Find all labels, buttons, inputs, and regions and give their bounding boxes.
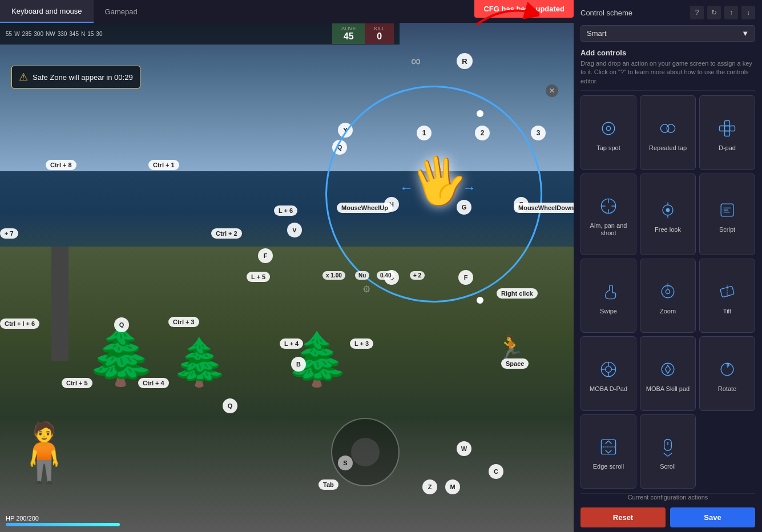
control-rotate[interactable]: Rotate: [699, 336, 755, 410]
svg-rect-8: [725, 126, 730, 131]
svg-rect-4: [725, 120, 730, 126]
panel-header: Control scheme ? ↻ ↑ ↓: [574, 0, 762, 23]
svg-point-3: [667, 124, 675, 132]
save-button[interactable]: Save: [670, 507, 755, 527]
key-ctrl1[interactable]: Ctrl + 1: [148, 160, 179, 170]
arrow-left: ←: [400, 180, 413, 196]
key-tab[interactable]: Tab: [318, 479, 338, 490]
script-label: Script: [719, 226, 735, 233]
key-c[interactable]: C: [489, 464, 503, 479]
bottom-buttons: Reset Save: [574, 503, 762, 532]
key-v[interactable]: V: [287, 223, 302, 237]
mult-x100: x 1.00: [322, 271, 345, 280]
key-l5[interactable]: L + 5: [247, 272, 270, 282]
key-l6[interactable]: L + 6: [274, 205, 297, 216]
control-aim-pan-shoot[interactable]: Aim, pan and shoot: [580, 174, 636, 256]
tower: [51, 247, 68, 361]
right-panel: Control scheme ? ↻ ↑ ↓ Smart ▼ Add contr…: [574, 0, 762, 532]
circle-dot-bottom: [477, 297, 483, 304]
control-scroll[interactable]: Scroll: [640, 414, 696, 489]
reset-button[interactable]: Reset: [580, 507, 666, 527]
circle-dot-top: [477, 110, 483, 117]
aim-icon: [596, 194, 621, 219]
control-edge-scroll[interactable]: Edge scroll: [580, 414, 636, 489]
svg-rect-7: [730, 126, 735, 131]
scheme-value: Smart: [587, 29, 607, 38]
repeated-tap-icon: [655, 116, 680, 141]
control-zoom[interactable]: Zoom: [640, 259, 696, 333]
swipe-label: Swipe: [600, 308, 617, 315]
hp-fill: [6, 523, 120, 526]
r-button[interactable]: R: [457, 53, 473, 69]
key-ctrl5[interactable]: Ctrl + 5: [62, 378, 92, 388]
control-tilt[interactable]: Tilt: [699, 259, 755, 333]
tab-keyboard-label: Keyboard and mouse: [11, 7, 82, 15]
panel-export-icon[interactable]: ↓: [741, 6, 755, 19]
moba-dpad-icon: [596, 357, 621, 382]
compass: 55 W 285 300 NW 330 345 N 15 30: [6, 31, 102, 37]
control-script[interactable]: Script: [699, 174, 755, 256]
scheme-dropdown[interactable]: Smart ▼: [580, 25, 755, 42]
key-l3[interactable]: L + 3: [350, 338, 373, 349]
hp-text: HP 200/200: [6, 515, 39, 522]
dpad-icon: [715, 116, 740, 141]
key-q2[interactable]: Q: [223, 398, 237, 413]
edge-scroll-label: Edge scroll: [593, 463, 624, 470]
control-repeated-tap[interactable]: Repeated tap: [640, 95, 696, 170]
zoom-label: Zoom: [660, 308, 676, 315]
control-tap-spot[interactable]: Tap spot: [580, 95, 636, 170]
panel-refresh-icon[interactable]: ↻: [707, 6, 721, 19]
moba-dpad-label: MOBA D-Pad: [590, 385, 627, 393]
key-ctrl4[interactable]: Ctrl + 4: [138, 378, 169, 388]
edge-scroll-icon: [596, 434, 621, 460]
control-dpad[interactable]: D-pad: [699, 95, 755, 170]
control-free-look[interactable]: Free look: [640, 174, 696, 256]
moba-skill-label: MOBA Skill pad: [646, 385, 690, 393]
ground-bg: [0, 247, 574, 532]
mult-plus2: + 2: [410, 271, 425, 280]
gesture-close-btn[interactable]: ✕: [546, 84, 558, 97]
key-ctrl3[interactable]: Ctrl + 3: [168, 317, 199, 327]
key-plus7[interactable]: + 7: [0, 228, 18, 239]
gesture-gear-icon[interactable]: ⚙: [362, 284, 370, 295]
arrow-right: →: [462, 180, 476, 196]
freelook-icon: [655, 198, 680, 223]
gesture-num3: 3: [531, 126, 546, 140]
key-space[interactable]: Space: [501, 358, 529, 369]
repeated-tap-label: Repeated tap: [649, 144, 687, 152]
key-f1[interactable]: F: [258, 248, 273, 263]
panel-title: Control scheme: [580, 9, 686, 17]
key-b[interactable]: B: [291, 357, 306, 372]
mouse-wheel-up-label: MouseWheelUp: [337, 203, 393, 213]
tab-gamepad[interactable]: Gamepad: [94, 0, 149, 23]
key-ctrl2[interactable]: Ctrl + 2: [211, 228, 242, 239]
scroll-icon: [655, 434, 680, 460]
key-m[interactable]: M: [445, 479, 460, 494]
control-moba-skill[interactable]: MOBA Skill pad: [640, 336, 696, 410]
joystick-inner: [351, 438, 380, 466]
gesture-num1: 1: [417, 126, 432, 140]
svg-rect-6: [720, 126, 725, 131]
svg-rect-38: [664, 440, 672, 451]
hp-bar: HP 200/200: [6, 515, 120, 526]
panel-header-icons: ? ↻ ↑ ↓: [690, 6, 755, 19]
warning-icon: ⚠: [19, 71, 28, 83]
hp-bg: [6, 523, 120, 526]
joystick[interactable]: [331, 418, 400, 486]
key-w[interactable]: W: [457, 441, 471, 456]
key-q1[interactable]: Q: [114, 317, 129, 332]
tab-keyboard-mouse[interactable]: Keyboard and mouse: [0, 0, 94, 23]
char-silhouette: 🏃: [497, 334, 525, 361]
key-ctrl-l6[interactable]: Ctrl + l + 6: [0, 319, 39, 329]
tree2: 🌲: [171, 336, 228, 389]
svg-point-23: [666, 289, 670, 293]
panel-help-icon[interactable]: ?: [690, 6, 704, 19]
key-l4[interactable]: L + 4: [280, 338, 303, 349]
panel-import-icon[interactable]: ↑: [724, 6, 738, 19]
key-ctrl8[interactable]: Ctrl + 8: [46, 160, 76, 170]
control-moba-dpad[interactable]: MOBA D-Pad: [580, 336, 636, 410]
control-swipe[interactable]: Swipe: [580, 259, 636, 333]
svg-rect-5: [725, 131, 730, 136]
key-z[interactable]: Z: [422, 479, 437, 494]
svg-point-28: [606, 366, 612, 373]
